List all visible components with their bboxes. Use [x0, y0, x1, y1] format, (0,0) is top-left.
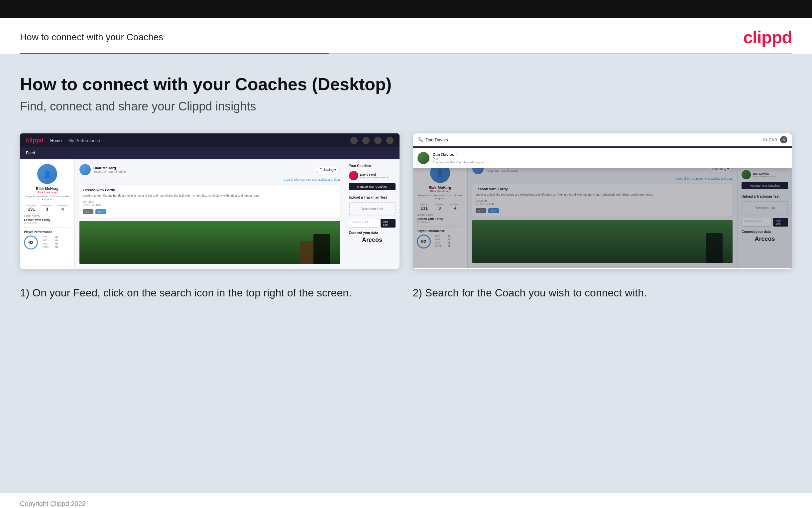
result-club: Sunningdale Golf Club, United Kingdom: [433, 161, 486, 164]
trackman-placeholder-1: Trackman Link: [349, 202, 395, 216]
lesson-text-1: Looking to feel like my hands are exitin…: [83, 194, 337, 198]
result-role: Pro: [433, 157, 486, 161]
bar-arg-2: ARG 86: [435, 242, 451, 244]
bar-ott-2: OTT 90: [435, 235, 451, 237]
mock-search-bar: 🔍 Dan Davies CLEAR ✕: [413, 133, 793, 146]
coaches-title-1: Your Coaches: [349, 164, 395, 168]
mock-app-1: clippd Home My Performance Feed: [20, 133, 399, 269]
coach-item-2: Dan Davies Sunningdale Golf Club: [742, 170, 788, 179]
close-button[interactable]: ✕: [780, 136, 787, 143]
avatar-icon[interactable]: [386, 137, 393, 144]
post-avatar-1: [80, 164, 91, 175]
stat-followers-2: Followers 3: [435, 203, 445, 211]
screenshots-row: clippd Home My Performance Feed: [20, 133, 792, 269]
coach-info-1: David Ford Royal North Devon Golf Club: [360, 173, 390, 179]
score-circle-2: 92: [417, 235, 431, 249]
search-input-2[interactable]: Dan Davies: [426, 137, 761, 142]
mock-logo-1: clippd: [26, 137, 44, 144]
mock-right-panel-1: Your Coaches David Ford Royal North Devo…: [345, 159, 399, 269]
coach-item-1: David Ford Royal North Devon Golf Club: [349, 171, 395, 180]
trackman-input-1[interactable]: Trackman Link: [349, 219, 379, 227]
verified-badge: ✓: [456, 153, 458, 156]
settings-icon[interactable]: [374, 137, 382, 144]
coach-name-2: Dan Davies: [753, 172, 776, 175]
stat-activities-label: Activities: [27, 204, 36, 207]
mock-feed-2: 👤 Blair McHarg Plus Handicap Royal North…: [413, 158, 793, 268]
lesson-title-2: Lesson with Fordy: [476, 187, 729, 191]
mock-feed-1: 👤 Blair McHarg Plus Handicap Royal North…: [20, 159, 399, 269]
mock-app-2: 🔍 Dan Davies CLEAR ✕ Dan Davies ✓: [413, 133, 793, 268]
photo-bg-2: [472, 220, 733, 263]
duration-label: Duration: [83, 200, 94, 203]
activity-name-2: Lesson with Fordy: [417, 217, 463, 220]
stat-followers-value: 3: [42, 207, 52, 212]
control-link-2[interactable]: Control who can see your activity and da…: [472, 177, 733, 180]
trackman-input-row: Trackman Link Add Link: [349, 219, 395, 227]
ott-button[interactable]: OTT: [83, 209, 93, 214]
clippd-logo: clippd: [743, 27, 792, 47]
bar-app: APP 85: [43, 239, 58, 242]
manage-coaches-btn-2[interactable]: Manage Your Coaches: [742, 182, 788, 189]
mock-right-panel-2: Your Coaches Dan Davies Sunningdale Golf…: [737, 158, 792, 268]
following-button[interactable]: Following ▾: [316, 167, 340, 173]
manage-coaches-btn-1[interactable]: Manage Your Coaches: [349, 183, 395, 190]
app-button[interactable]: APP: [95, 209, 106, 214]
mock-center-panel-1: Blair McHarg Yesterday · Sunningdale Fol…: [75, 159, 345, 269]
mock-center-panel-2: Blair McHarg Yesterday · Sunningdale Fol…: [468, 158, 737, 268]
clear-button[interactable]: CLEAR: [763, 138, 777, 142]
performance-bars-1: OTT 90 APP 85: [43, 236, 58, 249]
lesson-title-1: Lesson with Fordy: [83, 188, 337, 192]
latest-activity-2: Latest Activity: [417, 213, 463, 216]
coach-club-2: Sunningdale Golf Club: [753, 175, 776, 178]
control-link-1[interactable]: Control who can see your activity and da…: [80, 178, 340, 181]
user-icon[interactable]: [362, 137, 370, 144]
post-author-name: Blair McHarg: [93, 166, 126, 170]
user-handicap-1: Plus Handicap: [24, 190, 70, 194]
ott-button-2[interactable]: OTT: [476, 208, 486, 213]
feed-tab[interactable]: Feed: [26, 150, 35, 157]
user-name-1: Blair McHarg: [24, 186, 70, 190]
duration-2: Duration01 hr : 30 min: [476, 199, 729, 206]
trackman-input-2[interactable]: Trackman Link: [742, 218, 772, 226]
screenshot-panel-1: clippd Home My Performance Feed: [20, 133, 399, 269]
main-subheading: Find, connect and share your Clippd insi…: [20, 99, 792, 114]
page-title: How to connect with your Coaches: [20, 32, 163, 43]
add-link-btn-1[interactable]: Add Link: [381, 219, 395, 227]
post-author-sub: Yesterday · Sunningdale: [93, 170, 126, 173]
result-info-1: Dan Davies ✓ Pro Sunningdale Golf Club, …: [433, 153, 486, 164]
add-link-btn-2[interactable]: Add Link: [773, 218, 788, 226]
score-circle-1: 92: [24, 236, 38, 250]
post-author-sub-2: Yesterday · Sunningdale: [486, 169, 519, 172]
result-avatar-1: [418, 152, 429, 164]
search-result-1[interactable]: Dan Davies ✓ Pro Sunningdale Golf Club, …: [413, 148, 793, 168]
search-overlay-container: 🔍 Dan Davies CLEAR ✕ Dan Davies ✓: [413, 133, 793, 146]
lesson-buttons-2: OTT APP: [476, 208, 729, 213]
steps-row: 1) On your Feed, click on the search ico…: [20, 286, 792, 300]
upload-title-2: Upload a Trackman Test: [742, 195, 788, 198]
latest-activity-label: Latest Activity: [24, 214, 70, 217]
upload-title-1: Upload a Trackman Test: [349, 196, 395, 199]
perf-title-1: Player Performance: [24, 230, 70, 234]
post-header-1: Blair McHarg Yesterday · Sunningdale Fol…: [80, 164, 340, 175]
mock-left-panel-2: 👤 Blair McHarg Plus Handicap Royal North…: [413, 158, 468, 268]
coach-name-1: David Ford: [360, 173, 390, 176]
mock-nav-home: Home: [50, 138, 62, 143]
trackman-input-row-2: Trackman Link Add Link: [742, 218, 788, 226]
bar-arg: ARG 86: [43, 243, 58, 245]
result-name-row: Dan Davies ✓: [433, 153, 486, 157]
player-performance-2: Player Performance 92 OTT 90: [417, 226, 463, 249]
arccos-logo-1: Arccos: [349, 237, 395, 244]
stat-following-2: Following 4: [450, 203, 460, 211]
activity-date-1: 03 Aug 2022: [24, 221, 70, 224]
app-button-2[interactable]: APP: [488, 208, 499, 213]
lesson-text-2: Looking to feel like my hands are exitin…: [476, 193, 729, 197]
footer: Copyright Clippd 2022: [0, 493, 812, 508]
search-icon[interactable]: [350, 137, 357, 144]
coach-info-2: Dan Davies Sunningdale Golf Club: [753, 172, 776, 178]
stat-following-value: 4: [58, 207, 68, 212]
copyright-text: Copyright Clippd 2022: [20, 500, 86, 507]
stat-activities-value: 131: [27, 207, 36, 212]
golfer-sil-2a: [706, 233, 723, 263]
user-avatar-1: 👤: [37, 164, 57, 184]
lesson-photo-2: [472, 220, 733, 263]
